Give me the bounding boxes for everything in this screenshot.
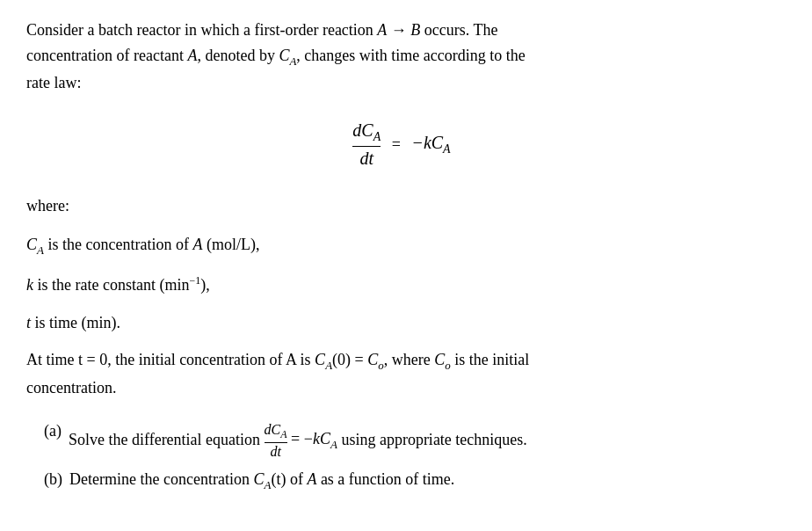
word-batch: batch [98, 21, 133, 39]
qa-numerator: dCA [265, 422, 287, 443]
main-content: Consider a batch reactor in which a firs… [26, 18, 777, 491]
question-a-label: (a) [44, 422, 62, 440]
word-the: The [474, 21, 498, 39]
questions-block: (a) Solve the differential equation dCA … [26, 422, 777, 492]
equation-fraction: dCA dt [352, 120, 381, 169]
where-block: where: [26, 193, 777, 219]
def-ca-text: CA is the concentration of A (mol/L), [26, 232, 777, 259]
definition-ca: CA is the concentration of A (mol/L), [26, 232, 777, 259]
question-a: (a) Solve the differential equation dCA … [26, 422, 777, 460]
equation-rhs: −kCA [411, 133, 450, 156]
at-time-block: At time t = 0, the initial concentration… [26, 347, 777, 400]
question-b-label: (b) [44, 470, 62, 489]
question-b: (b) Determine the concentration CA(t) of… [26, 470, 777, 492]
equation-denominator: dt [352, 147, 381, 169]
definition-t: t is time (min). [26, 310, 777, 336]
equation-numerator: dCA [352, 120, 381, 147]
question-a-content: Solve the differential equation dCA dt =… [69, 422, 777, 460]
intro-paragraph: Consider a batch reactor in which a firs… [26, 18, 777, 96]
main-equation: dCA dt = −kCA [26, 120, 777, 169]
definition-k: k is the rate constant (min−1), [26, 273, 777, 298]
def-t-text: t is time (min). [26, 310, 777, 336]
at-time-text: At time t = 0, the initial concentration… [26, 347, 777, 400]
qa-denominator: dt [265, 443, 287, 460]
def-k-text: k is the rate constant (min−1), [26, 273, 777, 298]
word-which: which [200, 21, 239, 39]
qa-rhs-text: = −kCA [291, 430, 337, 447]
where-label: where: [26, 193, 777, 219]
qa-fraction: dCA dt [265, 422, 287, 460]
equation-equals: = [392, 135, 401, 154]
question-b-content: Determine the concentration CA(t) of A a… [69, 470, 777, 492]
